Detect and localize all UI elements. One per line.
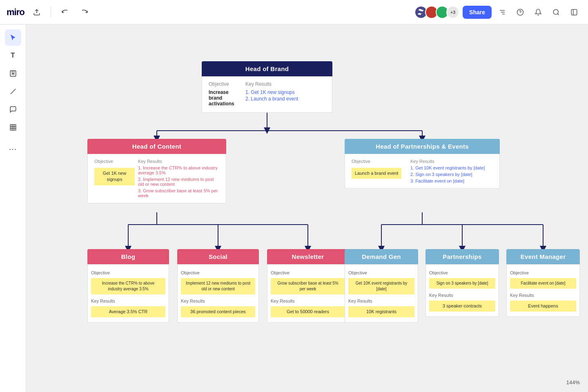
hob-kr-header: Key Results: [244, 80, 327, 88]
blog-obj-label: Objective: [91, 270, 165, 275]
hoc-kr-1: 1. Increase the CTR% to above industry a…: [138, 165, 219, 175]
toolbar: miro +3 Share: [0, 0, 588, 24]
blog-key-result: Average 3.5% CTR: [91, 306, 165, 317]
more-tools[interactable]: ···: [5, 140, 21, 157]
help-icon[interactable]: [513, 5, 528, 20]
hope-obj-header: Objective: [350, 158, 409, 165]
demandgen-title: Demand Gen: [345, 249, 418, 264]
panel-icon[interactable]: [567, 5, 581, 20]
hoc-obj-header: Objective: [93, 158, 136, 165]
social-kr-label: Key Results: [181, 298, 255, 303]
hope-objective-sticky: Launch a brand event: [352, 168, 401, 179]
toolbar-right: +3 Share: [414, 5, 581, 20]
svg-rect-8: [571, 9, 577, 15]
select-tool[interactable]: [5, 29, 21, 46]
partnerships-title: Partnerships: [425, 249, 499, 264]
avatar-count: +3: [446, 6, 459, 19]
settings-icon[interactable]: [495, 5, 510, 20]
demandgen-kr-label: Key Results: [348, 298, 414, 303]
hoc-body: Objective Key Results Get 1K new signups…: [87, 154, 226, 203]
line-tool[interactable]: [5, 83, 21, 100]
hoc-obj-cell: Get 1K new signups: [93, 165, 136, 199]
partnerships-sub-card: Partnerships Objective Sign on 3 speaker…: [425, 249, 499, 317]
hope-body: Objective Key Results Launch a brand eve…: [345, 154, 500, 189]
avatar-group: +3: [414, 6, 459, 19]
notifications-icon[interactable]: [531, 5, 546, 20]
search-icon[interactable]: [549, 5, 564, 20]
eventmgr-obj-label: Objective: [510, 270, 576, 275]
comment-tool[interactable]: [5, 101, 21, 118]
newsletter-card: Newsletter Objective Grow subscriber bas…: [267, 249, 349, 323]
demandgen-obj-label: Objective: [348, 270, 414, 275]
frame-tool[interactable]: [5, 119, 21, 136]
social-card: Social Objective Implement 12 new medium…: [177, 249, 259, 323]
sticky-tool[interactable]: [5, 65, 21, 82]
partnerships-kr-label: Key Results: [429, 293, 495, 298]
social-body: Objective Implement 12 new mediums to po…: [177, 264, 259, 323]
blog-objective: Increase the CTR% to above industry aver…: [91, 278, 165, 294]
demandgen-card: Demand Gen Objective Get 10K event regis…: [345, 249, 418, 323]
head-of-partnerships-card: Head of Partnerships & Events Objective …: [345, 139, 500, 189]
hob-kr-2: 2. Launch a brand event: [245, 96, 325, 102]
hoc-kr-cell: 1. Increase the CTR% to above industry a…: [136, 165, 221, 199]
newsletter-objective: Grow subscriber base at least 5% per wee…: [271, 278, 345, 294]
partnerships-obj-label: Objective: [429, 270, 495, 275]
eventmgr-title: Event Manager: [506, 249, 580, 264]
svg-line-11: [11, 89, 16, 94]
hoc-kr-2: 2. Implement 12 new mediums to post old …: [138, 177, 219, 187]
svg-point-6: [553, 9, 558, 14]
partnerships-objective: Sign on 3 speakers by [date]: [429, 278, 495, 289]
hob-kr-1: 1. Get 1K new signups: [245, 89, 325, 95]
left-panel: T ···: [0, 24, 26, 392]
blog-body: Objective Increase the CTR% to above ind…: [87, 264, 169, 323]
blog-card: Blog Objective Increase the CTR% to abov…: [87, 249, 169, 323]
hoc-objective-sticky: Get 1K new signups: [94, 168, 135, 185]
social-objective: Implement 12 new mediums to post old or …: [181, 278, 255, 294]
blog-title: Blog: [87, 249, 169, 264]
undo-button[interactable]: [58, 5, 72, 20]
hob-objective: Increase brand activations: [207, 88, 244, 108]
hoc-kr-3: 3. Grow subscriber base at least 5% per …: [138, 188, 219, 198]
eventmgr-objective: Facilitate event on [date]: [510, 278, 576, 289]
svg-rect-12: [10, 125, 16, 130]
newsletter-body: Objective Grow subscriber base at least …: [267, 264, 349, 323]
hope-kr-list: 1. Get 10K event registrants by [date] 2…: [410, 165, 493, 183]
eventmgr-body: Objective Facilitate event on [date] Key…: [506, 264, 580, 317]
text-tool[interactable]: T: [5, 47, 21, 64]
upload-button[interactable]: [29, 5, 44, 20]
hope-obj-cell: Launch a brand event: [350, 165, 409, 184]
hob-obj-header: Objective: [207, 80, 244, 88]
miro-logo: miro: [7, 7, 24, 18]
blog-kr-label: Key Results: [91, 298, 165, 303]
hope-kr-2: 2. Sign on 3 speakers by [date]: [410, 172, 493, 177]
canvas[interactable]: Head of Brand Objective Key Results Incr…: [26, 24, 588, 392]
zoom-indicator: 144%: [566, 379, 580, 385]
hope-kr-cell: 1. Get 10K event registrants by [date] 2…: [409, 165, 494, 184]
toolbar-separator: [51, 7, 51, 18]
toolbar-left: miro: [7, 5, 92, 20]
hope-kr-1: 1. Get 10K event registrants by [date]: [410, 165, 493, 170]
hoc-title: Head of Content: [87, 139, 226, 154]
hob-body: Objective Key Results Increase brand act…: [202, 76, 332, 113]
hoc-kr-header: Key Results: [136, 158, 221, 165]
share-button[interactable]: Share: [463, 6, 492, 19]
social-obj-label: Objective: [181, 270, 255, 275]
newsletter-key-result: Get to 50000 readers: [271, 306, 345, 317]
redo-button[interactable]: [77, 5, 92, 20]
hope-kr-header: Key Results: [409, 158, 494, 165]
head-of-brand-card: Head of Brand Objective Key Results Incr…: [202, 61, 332, 113]
demandgen-key-result: 10K registrants: [348, 306, 414, 317]
newsletter-title: Newsletter: [267, 249, 349, 264]
demandgen-objective: Get 10K event registrants by [date]: [348, 278, 414, 294]
newsletter-obj-label: Objective: [271, 270, 345, 275]
partnerships-key-result: 3 speaker contracts: [429, 301, 495, 312]
hob-key-results: 1. Get 1K new signups 2. Launch a brand …: [244, 88, 327, 108]
hope-kr-3: 3. Facilitate event on [date]: [410, 178, 493, 183]
social-title: Social: [177, 249, 259, 264]
hoc-kr-list: 1. Increase the CTR% to above industry a…: [138, 165, 219, 198]
hob-title: Head of Brand: [202, 61, 332, 76]
eventmgr-card: Event Manager Objective Facilitate event…: [506, 249, 580, 317]
social-key-result: 36 promoted content pieces: [181, 306, 255, 317]
hope-title: Head of Partnerships & Events: [345, 139, 500, 154]
eventmgr-key-result: Event happens: [510, 301, 576, 312]
